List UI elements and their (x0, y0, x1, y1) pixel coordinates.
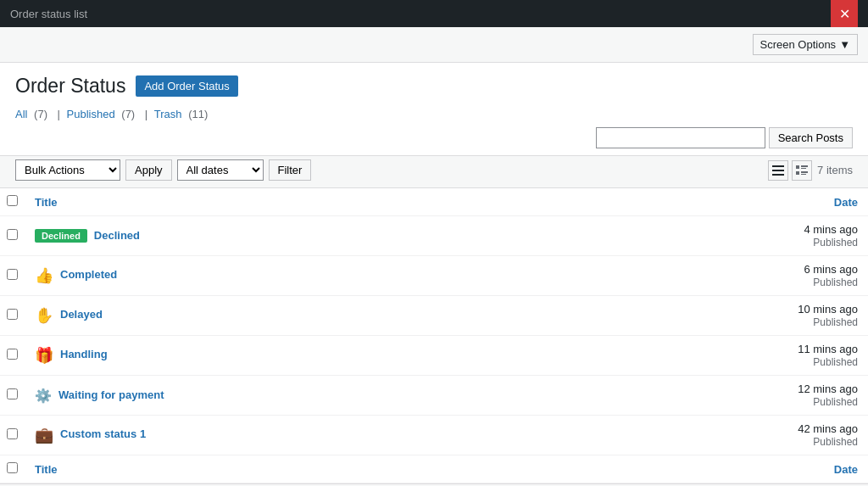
svg-rect-8 (801, 174, 806, 175)
topbar-title: Order status list (10, 8, 87, 20)
close-button[interactable]: ✕ (831, 0, 858, 27)
trash-count: (11) (188, 108, 208, 120)
status-icon-3: ✋ (35, 308, 60, 321)
title-column-footer[interactable]: Title (35, 463, 58, 476)
table-row: 🎁Handling 11 mins ago Published (0, 336, 868, 376)
table-row: 👍Completed 6 mins ago Published (0, 256, 868, 296)
screen-options-button[interactable]: Screen Options ▼ (753, 34, 858, 55)
row-checkbox[interactable] (7, 229, 18, 240)
date-status: Published (813, 237, 858, 249)
svg-rect-4 (801, 165, 808, 167)
date-status: Published (813, 316, 858, 328)
filter-all-link[interactable]: All (15, 108, 27, 120)
status-icon-6: 💼 (35, 427, 60, 440)
status-icon-1: Declined (35, 229, 94, 242)
select-all-checkbox-bottom[interactable] (7, 462, 18, 473)
date-filter-select[interactable]: All dates (177, 159, 264, 181)
apply-button-top[interactable]: Apply (125, 159, 172, 181)
search-input[interactable] (596, 127, 765, 148)
row-checkbox[interactable] (7, 309, 18, 320)
sep2: | (142, 108, 151, 120)
filter-button[interactable]: Filter (269, 159, 312, 181)
status-icon-2: 👍 (35, 268, 60, 281)
page-title: Order Status (15, 75, 125, 98)
title-column-header[interactable]: Title (35, 196, 58, 209)
svg-rect-0 (772, 165, 784, 167)
table-row: DeclinedDeclined 4 mins ago Published (0, 216, 868, 256)
date-value: 42 mins ago (798, 422, 858, 435)
select-all-checkbox-top[interactable] (7, 195, 18, 206)
status-icon-5: ⚙️ (35, 388, 58, 400)
table-row: 💼Custom status 1 42 mins ago Published (0, 416, 868, 455)
items-count-top: 7 items (817, 164, 853, 176)
table-row: ⚙️Waiting for payment 12 mins ago Publis… (0, 376, 868, 416)
table-row: ✋Delayed 10 mins ago Published (0, 296, 868, 336)
date-status: Published (813, 356, 858, 368)
svg-rect-2 (772, 174, 784, 176)
title-link[interactable]: Completed (60, 268, 117, 281)
all-count: (7) (34, 108, 47, 120)
date-column-footer[interactable]: Date (834, 463, 858, 476)
filter-links: All (7) | Published (7) | Trash (11) (0, 104, 868, 127)
date-value: 4 mins ago (804, 223, 858, 236)
title-link[interactable]: Custom status 1 (60, 427, 146, 440)
date-status: Published (813, 277, 858, 288)
date-value: 6 mins ago (804, 263, 858, 276)
svg-rect-1 (772, 170, 784, 171)
svg-rect-5 (801, 168, 806, 169)
excerpt-view-icon[interactable] (792, 160, 812, 181)
filter-published-link[interactable]: Published (67, 108, 115, 120)
date-value: 12 mins ago (798, 383, 858, 395)
filter-trash-link[interactable]: Trash (154, 108, 182, 120)
row-checkbox[interactable] (7, 349, 18, 360)
date-value: 10 mins ago (798, 303, 858, 316)
row-checkbox[interactable] (7, 269, 18, 280)
svg-rect-6 (796, 171, 799, 175)
row-checkbox[interactable] (7, 428, 18, 439)
add-order-status-button[interactable]: Add Order Status (136, 75, 237, 97)
date-column-header[interactable]: Date (834, 196, 858, 209)
tablenav-top: Bulk Actions Apply All dates Filter 7 it… (0, 155, 868, 188)
published-count: (7) (121, 108, 135, 120)
svg-rect-3 (796, 165, 799, 169)
screen-options-label: Screen Options (760, 38, 837, 51)
date-status: Published (813, 396, 858, 408)
search-posts-button[interactable]: Search Posts (769, 127, 853, 148)
title-link[interactable]: Declined (94, 229, 140, 242)
list-view-icon[interactable] (768, 160, 788, 181)
date-value: 11 mins ago (798, 343, 858, 355)
svg-rect-7 (801, 171, 808, 173)
screen-options-arrow: ▼ (839, 38, 850, 51)
title-link[interactable]: Delayed (60, 308, 103, 321)
date-status: Published (813, 436, 858, 448)
posts-table: Title Date DeclinedDeclined 4 mins ago P… (0, 188, 868, 483)
sep1: | (54, 108, 64, 120)
row-checkbox[interactable] (7, 388, 18, 399)
bulk-actions-select-top[interactable]: Bulk Actions (15, 159, 120, 181)
title-link[interactable]: Handling (60, 348, 108, 360)
status-icon-4: 🎁 (35, 348, 60, 360)
title-link[interactable]: Waiting for payment (58, 388, 164, 400)
